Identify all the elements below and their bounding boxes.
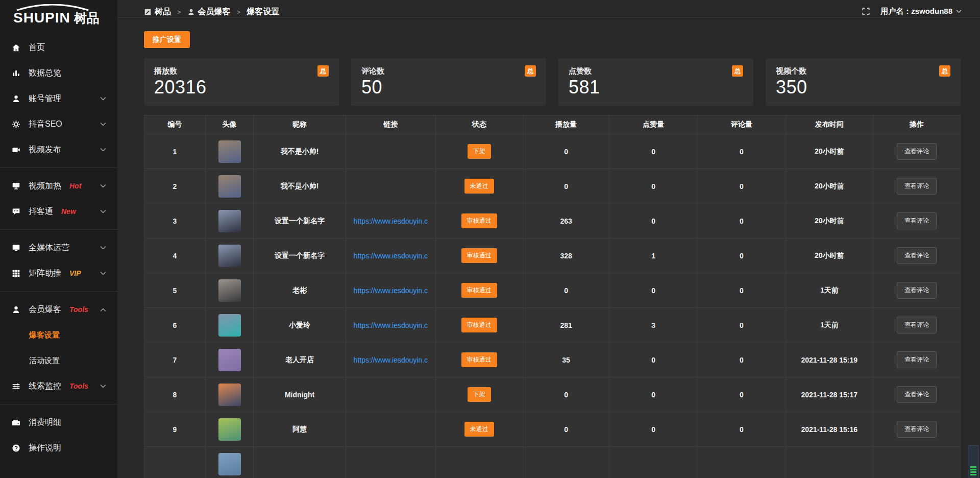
video-link[interactable]: https://www.iesdouyin.c xyxy=(354,356,428,364)
cell-likes xyxy=(609,447,698,478)
cell-id: 3 xyxy=(144,204,206,238)
cell-time: 2021-11-28 15:16 xyxy=(786,412,873,447)
avatar xyxy=(218,314,241,337)
sidebar-item-label: 视频发布 xyxy=(29,145,61,155)
avatar xyxy=(218,140,241,163)
cell-id: 1 xyxy=(144,134,206,169)
breadcrumb-separator: > xyxy=(177,8,181,16)
cell-nickname: 小爱玲 xyxy=(254,308,346,343)
stat-card-top: 播放数 总 xyxy=(154,65,329,77)
cell-id: 9 xyxy=(144,412,206,447)
user-icon xyxy=(11,94,20,103)
video-link[interactable]: https://www.iesdouyin.c xyxy=(354,252,428,260)
cell-nickname: 老人开店 xyxy=(254,343,346,377)
sidebar-item-label: 会员爆客 xyxy=(29,304,61,315)
sidebar-divider xyxy=(0,168,117,168)
cell-avatar xyxy=(205,204,253,238)
view-comments-button[interactable]: 查看评论 xyxy=(897,143,937,160)
avatar xyxy=(218,175,241,198)
sidebar-item-operation-guide[interactable]: 操作说明 xyxy=(0,435,117,461)
cell-id xyxy=(144,447,206,478)
sidebar-subitem-baoke-settings[interactable]: 爆客设置 xyxy=(0,322,117,348)
grid-icon xyxy=(11,269,20,278)
view-comments-button[interactable]: 查看评论 xyxy=(897,247,937,264)
cell-nickname xyxy=(254,447,346,478)
view-comments-button[interactable]: 查看评论 xyxy=(897,282,937,299)
breadcrumb-separator: > xyxy=(237,8,241,16)
breadcrumb-item[interactable]: 爆客设置 xyxy=(247,7,279,17)
logo[interactable]: SHUPIN 树品 xyxy=(0,0,117,30)
stat-card: 点赞数 总 581 xyxy=(558,58,753,106)
cell-id: 4 xyxy=(144,238,206,273)
stat-card: 播放数 总 20316 xyxy=(144,58,339,106)
stat-card-value: 350 xyxy=(776,77,950,98)
sidebar-item-label: 操作说明 xyxy=(29,443,61,453)
floating-widget[interactable] xyxy=(968,445,979,478)
help-icon xyxy=(11,443,20,452)
table-row: 5 老彬 https://www.iesdouyin.c 审核通过 0 0 0 … xyxy=(144,273,961,308)
view-comments-button[interactable]: 查看评论 xyxy=(897,386,937,403)
cell-status: 审核通过 xyxy=(435,273,523,308)
table-col-header: 链接 xyxy=(346,115,435,134)
stat-card-label: 点赞数 xyxy=(569,66,592,76)
stat-card: 视频个数 总 350 xyxy=(766,58,961,106)
breadcrumb-item[interactable]: 树品 xyxy=(144,7,171,17)
video-link[interactable]: https://www.iesdouyin.c xyxy=(354,286,428,295)
user-icon xyxy=(187,8,195,16)
view-comments-button[interactable]: 查看评论 xyxy=(897,317,937,333)
sidebar-item-data-overview[interactable]: 数据总览 xyxy=(0,60,117,86)
video-link[interactable]: https://www.iesdouyin.c xyxy=(354,217,428,225)
breadcrumb-item[interactable]: 会员爆客 xyxy=(187,7,231,17)
table-col-header: 状态 xyxy=(435,115,523,134)
table-col-header: 播放量 xyxy=(523,115,609,134)
cell-time: 1天前 xyxy=(786,308,873,343)
promo-settings-button[interactable]: 推广设置 xyxy=(144,31,190,48)
video-link[interactable]: https://www.iesdouyin.c xyxy=(354,321,428,329)
sidebar-subitem-activity-settings[interactable]: 活动设置 xyxy=(0,348,117,373)
avatar xyxy=(218,453,241,475)
sidebar-item-clue-monitor[interactable]: 线索监控Tools xyxy=(0,373,117,399)
cell-likes: 0 xyxy=(609,377,698,412)
cell-nickname: 设置一个新名字 xyxy=(254,238,346,273)
sidebar-item-douketong[interactable]: 抖客通New xyxy=(0,199,117,224)
sidebar-item-video-publish[interactable]: 视频发布 xyxy=(0,137,117,162)
cell-link xyxy=(346,412,435,447)
sidebar-item-douyin-seo[interactable]: 抖音SEO xyxy=(0,111,117,137)
cell-status: 未通过 xyxy=(435,412,523,447)
cell-status: 下架 xyxy=(435,377,523,412)
topbar: 树品>会员爆客>爆客设置 用户名：zswodun88 xyxy=(117,0,980,18)
user-menu[interactable]: 用户名：zswodun88 xyxy=(880,7,962,16)
view-comments-button[interactable]: 查看评论 xyxy=(897,421,937,438)
breadcrumb-label: 会员爆客 xyxy=(198,7,231,17)
sidebar-tag-tools: Tools xyxy=(69,382,88,390)
view-comments-button[interactable]: 查看评论 xyxy=(897,351,937,368)
cell-likes: 1 xyxy=(609,238,698,273)
table-header-row: 编号头像昵称链接状态播放量点赞量评论量发布时间操作 xyxy=(144,115,961,134)
cell-comments: 0 xyxy=(698,204,786,238)
fullscreen-icon[interactable] xyxy=(862,7,870,16)
home-icon xyxy=(11,43,20,52)
total-badge: 总 xyxy=(525,65,536,77)
view-comments-button[interactable]: 查看评论 xyxy=(897,178,937,195)
sidebar-item-omni-media[interactable]: 全媒体运营 xyxy=(0,235,117,260)
cell-time: 2021-11-28 15:17 xyxy=(786,377,873,412)
sidebar-divider xyxy=(0,291,117,292)
sidebar-tag-vip: VIP xyxy=(69,269,81,277)
sidebar-item-consumption-details[interactable]: 消费明细 xyxy=(0,410,117,435)
view-comments-button[interactable]: 查看评论 xyxy=(897,212,937,229)
logo-text-cn: 树品 xyxy=(74,10,100,27)
chevron-down-icon xyxy=(100,148,106,152)
sidebar-item-matrix-boost[interactable]: 矩阵助推VIP xyxy=(0,260,117,286)
cell-id: 2 xyxy=(144,169,206,204)
cell-time xyxy=(786,447,873,478)
chat-icon xyxy=(11,207,20,216)
stat-card-value: 581 xyxy=(569,77,743,98)
sidebar-item-label: 账号管理 xyxy=(29,93,61,104)
sidebar-item-account-management[interactable]: 账号管理 xyxy=(0,86,117,111)
sidebar-item-home[interactable]: 首页 xyxy=(0,35,117,60)
cell-avatar xyxy=(205,134,253,169)
breadcrumb: 树品>会员爆客>爆客设置 xyxy=(144,7,279,17)
sidebar-item-video-heat[interactable]: 视频加热Hot xyxy=(0,173,117,199)
sidebar-item-label: 消费明细 xyxy=(29,417,61,428)
sidebar-item-member-baoke[interactable]: 会员爆客Tools xyxy=(0,297,117,322)
